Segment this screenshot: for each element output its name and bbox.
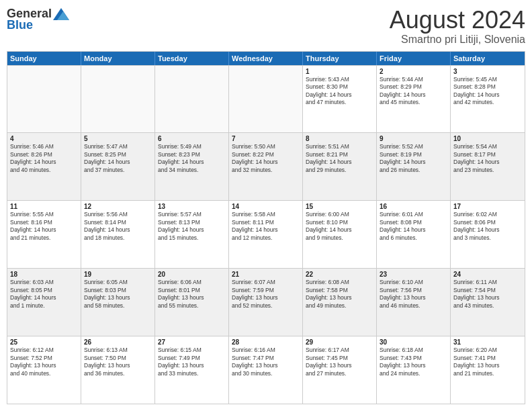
- day-number: 18: [10, 271, 78, 278]
- cal-cell-1-1: 5Sunrise: 5:47 AM Sunset: 8:25 PM Daylig…: [81, 133, 155, 200]
- day-number: 12: [84, 203, 152, 210]
- cell-info: Sunrise: 5:56 AM Sunset: 8:14 PM Dayligh…: [84, 211, 152, 242]
- day-number: 13: [158, 203, 226, 210]
- day-number: 14: [232, 203, 300, 210]
- cell-info: Sunrise: 6:06 AM Sunset: 8:01 PM Dayligh…: [158, 279, 226, 310]
- day-number: 16: [380, 203, 447, 210]
- day-number: 4: [10, 135, 78, 142]
- cal-row-3: 18Sunrise: 6:03 AM Sunset: 8:05 PM Dayli…: [7, 268, 525, 336]
- cal-cell-1-5: 9Sunrise: 5:52 AM Sunset: 8:19 PM Daylig…: [377, 133, 451, 200]
- cal-cell-4-1: 26Sunrise: 6:13 AM Sunset: 7:50 PM Dayli…: [81, 336, 155, 404]
- day-number: 8: [306, 135, 373, 142]
- day-number: 7: [232, 135, 300, 142]
- cal-header-friday: Friday: [377, 52, 451, 65]
- location: Smartno pri Litiji, Slovenia: [390, 34, 525, 46]
- cell-info: Sunrise: 5:52 AM Sunset: 8:19 PM Dayligh…: [380, 143, 447, 174]
- cal-cell-4-0: 25Sunrise: 6:12 AM Sunset: 7:52 PM Dayli…: [7, 336, 81, 404]
- calendar-header: SundayMondayTuesdayWednesdayThursdayFrid…: [7, 52, 525, 65]
- cell-info: Sunrise: 6:03 AM Sunset: 8:05 PM Dayligh…: [10, 279, 78, 310]
- logo: General Blue: [7, 7, 69, 32]
- cal-cell-3-3: 21Sunrise: 6:07 AM Sunset: 7:59 PM Dayli…: [229, 269, 303, 336]
- cal-cell-4-3: 28Sunrise: 6:16 AM Sunset: 7:47 PM Dayli…: [229, 336, 303, 404]
- cal-header-monday: Monday: [81, 52, 155, 65]
- cell-info: Sunrise: 6:01 AM Sunset: 8:08 PM Dayligh…: [380, 211, 447, 242]
- calendar: SundayMondayTuesdayWednesdayThursdayFrid…: [7, 51, 525, 404]
- cal-cell-0-2: [155, 66, 229, 133]
- cal-header-wednesday: Wednesday: [229, 52, 303, 65]
- cal-cell-4-2: 27Sunrise: 6:15 AM Sunset: 7:49 PM Dayli…: [155, 336, 229, 404]
- day-number: 17: [453, 203, 522, 210]
- header: General Blue August 2024 Smartno pri Lit…: [7, 7, 525, 46]
- cell-info: Sunrise: 5:51 AM Sunset: 8:21 PM Dayligh…: [306, 143, 373, 174]
- cal-cell-4-5: 30Sunrise: 6:18 AM Sunset: 7:43 PM Dayli…: [377, 336, 451, 404]
- cal-cell-1-3: 7Sunrise: 5:50 AM Sunset: 8:22 PM Daylig…: [229, 133, 303, 200]
- cal-cell-0-3: [229, 66, 303, 133]
- cal-cell-3-6: 24Sunrise: 6:11 AM Sunset: 7:54 PM Dayli…: [451, 269, 525, 336]
- cal-cell-0-1: [81, 66, 155, 133]
- cell-info: Sunrise: 5:43 AM Sunset: 8:30 PM Dayligh…: [306, 76, 373, 107]
- cell-info: Sunrise: 5:57 AM Sunset: 8:13 PM Dayligh…: [158, 211, 226, 242]
- cal-row-1: 4Sunrise: 5:46 AM Sunset: 8:26 PM Daylig…: [7, 132, 525, 200]
- cal-header-tuesday: Tuesday: [155, 52, 229, 65]
- cal-cell-4-4: 29Sunrise: 6:17 AM Sunset: 7:45 PM Dayli…: [303, 336, 377, 404]
- cell-info: Sunrise: 5:45 AM Sunset: 8:28 PM Dayligh…: [453, 76, 522, 107]
- cal-cell-3-5: 23Sunrise: 6:10 AM Sunset: 7:56 PM Dayli…: [377, 269, 451, 336]
- day-number: 29: [306, 338, 373, 346]
- cell-info: Sunrise: 5:47 AM Sunset: 8:25 PM Dayligh…: [84, 143, 152, 174]
- cell-info: Sunrise: 5:46 AM Sunset: 8:26 PM Dayligh…: [10, 143, 78, 174]
- cell-info: Sunrise: 6:08 AM Sunset: 7:58 PM Dayligh…: [306, 279, 373, 310]
- cal-cell-1-6: 10Sunrise: 5:54 AM Sunset: 8:17 PM Dayli…: [451, 133, 525, 200]
- cal-cell-2-4: 15Sunrise: 6:00 AM Sunset: 8:10 PM Dayli…: [303, 201, 377, 268]
- cal-cell-3-1: 19Sunrise: 6:05 AM Sunset: 8:03 PM Dayli…: [81, 269, 155, 336]
- cal-cell-2-5: 16Sunrise: 6:01 AM Sunset: 8:08 PM Dayli…: [377, 201, 451, 268]
- page: General Blue August 2024 Smartno pri Lit…: [0, 0, 532, 411]
- cell-info: Sunrise: 6:15 AM Sunset: 7:49 PM Dayligh…: [158, 347, 226, 377]
- cell-info: Sunrise: 6:17 AM Sunset: 7:45 PM Dayligh…: [306, 347, 373, 377]
- cal-cell-3-4: 22Sunrise: 6:08 AM Sunset: 7:58 PM Dayli…: [303, 269, 377, 336]
- cal-cell-3-2: 20Sunrise: 6:06 AM Sunset: 8:01 PM Dayli…: [155, 269, 229, 336]
- day-number: 11: [10, 203, 78, 210]
- cal-row-4: 25Sunrise: 6:12 AM Sunset: 7:52 PM Dayli…: [7, 336, 525, 404]
- cal-cell-4-6: 31Sunrise: 6:20 AM Sunset: 7:41 PM Dayli…: [451, 336, 525, 404]
- logo-blue: Blue: [7, 18, 33, 32]
- cell-info: Sunrise: 5:50 AM Sunset: 8:22 PM Dayligh…: [232, 143, 300, 174]
- calendar-body: 1Sunrise: 5:43 AM Sunset: 8:30 PM Daylig…: [7, 65, 525, 404]
- logo-icon: [53, 8, 69, 20]
- cell-info: Sunrise: 5:55 AM Sunset: 8:16 PM Dayligh…: [10, 211, 78, 242]
- cell-info: Sunrise: 6:05 AM Sunset: 8:03 PM Dayligh…: [84, 279, 152, 310]
- cal-cell-1-4: 8Sunrise: 5:51 AM Sunset: 8:21 PM Daylig…: [303, 133, 377, 200]
- cell-info: Sunrise: 6:20 AM Sunset: 7:41 PM Dayligh…: [453, 347, 522, 377]
- month-title: August 2024: [390, 7, 525, 34]
- cal-cell-0-0: [7, 66, 81, 133]
- cell-info: Sunrise: 6:00 AM Sunset: 8:10 PM Dayligh…: [306, 211, 373, 242]
- cell-info: Sunrise: 6:11 AM Sunset: 7:54 PM Dayligh…: [453, 279, 522, 310]
- day-number: 5: [84, 135, 152, 142]
- cal-cell-0-6: 3Sunrise: 5:45 AM Sunset: 8:28 PM Daylig…: [451, 66, 525, 133]
- day-number: 22: [306, 271, 373, 278]
- day-number: 20: [158, 271, 226, 278]
- day-number: 30: [380, 338, 447, 346]
- cal-cell-1-2: 6Sunrise: 5:49 AM Sunset: 8:23 PM Daylig…: [155, 133, 229, 200]
- cal-header-sunday: Sunday: [7, 52, 81, 65]
- day-number: 6: [158, 135, 226, 142]
- cal-header-thursday: Thursday: [303, 52, 377, 65]
- cal-cell-3-0: 18Sunrise: 6:03 AM Sunset: 8:05 PM Dayli…: [7, 269, 81, 336]
- day-number: 1: [306, 68, 373, 75]
- day-number: 9: [380, 135, 447, 142]
- cell-info: Sunrise: 6:07 AM Sunset: 7:59 PM Dayligh…: [232, 279, 300, 310]
- cal-cell-2-1: 12Sunrise: 5:56 AM Sunset: 8:14 PM Dayli…: [81, 201, 155, 268]
- cal-cell-1-0: 4Sunrise: 5:46 AM Sunset: 8:26 PM Daylig…: [7, 133, 81, 200]
- day-number: 21: [232, 271, 300, 278]
- day-number: 2: [380, 68, 447, 75]
- cell-info: Sunrise: 6:10 AM Sunset: 7:56 PM Dayligh…: [380, 279, 447, 310]
- title-section: August 2024 Smartno pri Litiji, Slovenia: [390, 7, 525, 46]
- day-number: 31: [453, 338, 522, 346]
- cell-info: Sunrise: 6:13 AM Sunset: 7:50 PM Dayligh…: [84, 347, 152, 377]
- day-number: 15: [306, 203, 373, 210]
- day-number: 10: [453, 135, 522, 142]
- cell-info: Sunrise: 5:54 AM Sunset: 8:17 PM Dayligh…: [453, 143, 522, 174]
- cal-cell-2-3: 14Sunrise: 5:58 AM Sunset: 8:11 PM Dayli…: [229, 201, 303, 268]
- cal-row-2: 11Sunrise: 5:55 AM Sunset: 8:16 PM Dayli…: [7, 200, 525, 268]
- day-number: 28: [232, 338, 300, 346]
- cal-row-0: 1Sunrise: 5:43 AM Sunset: 8:30 PM Daylig…: [7, 65, 525, 133]
